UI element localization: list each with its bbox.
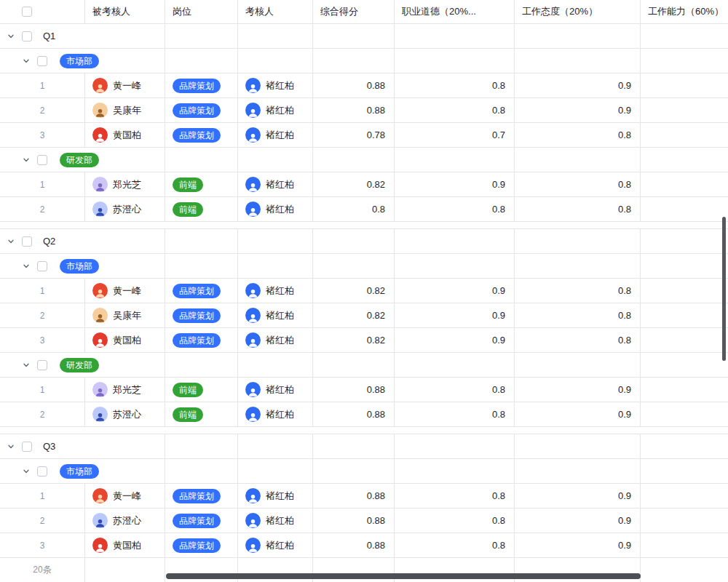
attitude-cell[interactable]: 0.9 bbox=[515, 378, 641, 402]
ethics-cell[interactable]: 0.8 bbox=[395, 484, 515, 508]
ability-cell[interactable] bbox=[641, 328, 728, 352]
empty-cell[interactable] bbox=[395, 148, 515, 172]
table-row[interactable]: 3黄国柏品牌策划褚红柏0.820.90.8 bbox=[0, 328, 728, 353]
assessor-cell[interactable]: 褚红柏 bbox=[238, 484, 313, 508]
empty-cell[interactable] bbox=[515, 148, 641, 172]
score-cell[interactable]: 0.88 bbox=[313, 98, 395, 122]
row-index[interactable]: 2 bbox=[0, 303, 85, 327]
ability-cell[interactable] bbox=[641, 402, 728, 426]
person-cell[interactable]: 黄国柏 bbox=[85, 328, 165, 352]
chevron-down-icon[interactable] bbox=[7, 443, 15, 450]
attitude-cell[interactable]: 0.8 bbox=[515, 197, 641, 221]
table-row[interactable]: 2吴康年品牌策划褚红柏0.880.80.9 bbox=[0, 98, 728, 123]
subgroup-row[interactable]: 市场部 bbox=[0, 49, 728, 73]
attitude-cell[interactable]: 0.9 bbox=[515, 533, 641, 557]
empty-cell[interactable] bbox=[515, 229, 641, 253]
empty-cell[interactable] bbox=[641, 459, 728, 483]
person-cell[interactable]: 吴康年 bbox=[85, 98, 165, 122]
ability-cell[interactable] bbox=[641, 98, 728, 122]
empty-cell[interactable] bbox=[238, 49, 313, 73]
empty-cell[interactable] bbox=[641, 229, 728, 253]
attitude-cell[interactable]: 0.8 bbox=[515, 279, 641, 303]
ability-cell[interactable] bbox=[641, 378, 728, 402]
empty-cell[interactable] bbox=[641, 49, 728, 73]
horizontal-scrollbar[interactable] bbox=[166, 573, 641, 579]
chevron-down-icon[interactable] bbox=[23, 468, 30, 475]
attitude-cell[interactable]: 0.9 bbox=[515, 402, 641, 426]
chevron-down-icon[interactable] bbox=[23, 156, 30, 164]
column-header-assessor[interactable]: 考核人 bbox=[238, 0, 313, 23]
ethics-cell[interactable]: 0.8 bbox=[395, 533, 515, 557]
position-cell[interactable]: 品牌策划 bbox=[165, 303, 238, 327]
position-cell[interactable]: 品牌策划 bbox=[165, 279, 238, 303]
row-checkbox[interactable] bbox=[22, 236, 32, 247]
row-index[interactable]: 3 bbox=[0, 533, 85, 557]
attitude-cell[interactable]: 0.8 bbox=[515, 172, 641, 196]
ethics-cell[interactable]: 0.9 bbox=[395, 303, 515, 327]
ethics-cell[interactable]: 0.8 bbox=[395, 402, 515, 426]
chevron-down-icon[interactable] bbox=[23, 263, 30, 270]
empty-cell[interactable] bbox=[165, 254, 238, 278]
empty-cell[interactable] bbox=[313, 49, 395, 73]
column-header-ability[interactable]: 工作能力（60%） bbox=[641, 0, 728, 23]
empty-cell[interactable] bbox=[238, 229, 313, 253]
table-row[interactable]: 2苏澄心前端褚红柏0.880.80.9 bbox=[0, 402, 728, 427]
assessor-cell[interactable]: 褚红柏 bbox=[238, 303, 313, 327]
position-cell[interactable]: 前端 bbox=[165, 172, 238, 196]
empty-cell[interactable] bbox=[515, 459, 641, 483]
score-cell[interactable]: 0.82 bbox=[313, 279, 395, 303]
row-checkbox[interactable] bbox=[22, 442, 32, 452]
chevron-down-icon[interactable] bbox=[23, 362, 30, 369]
select-all-checkbox[interactable] bbox=[22, 7, 32, 17]
empty-cell[interactable] bbox=[395, 434, 515, 458]
row-checkbox[interactable] bbox=[37, 261, 47, 271]
score-cell[interactable]: 0.8 bbox=[313, 197, 395, 221]
assessor-cell[interactable]: 褚红柏 bbox=[238, 123, 313, 147]
ability-cell[interactable] bbox=[641, 172, 728, 196]
score-cell[interactable]: 0.88 bbox=[313, 484, 395, 508]
table-row[interactable]: 3黄国柏品牌策划褚红柏0.780.70.8 bbox=[0, 123, 728, 148]
attitude-cell[interactable]: 0.8 bbox=[515, 123, 641, 147]
empty-cell[interactable] bbox=[238, 254, 313, 278]
empty-cell[interactable] bbox=[165, 24, 238, 48]
person-cell[interactable]: 吴康年 bbox=[85, 303, 165, 327]
subgroup-row[interactable]: 研发部 bbox=[0, 148, 728, 172]
empty-cell[interactable] bbox=[515, 24, 641, 48]
empty-cell[interactable] bbox=[313, 459, 395, 483]
empty-cell[interactable] bbox=[238, 459, 313, 483]
score-cell[interactable]: 0.88 bbox=[313, 509, 395, 533]
assessor-cell[interactable]: 褚红柏 bbox=[238, 509, 313, 533]
score-cell[interactable]: 0.82 bbox=[313, 328, 395, 352]
assessor-cell[interactable]: 褚红柏 bbox=[238, 402, 313, 426]
group-title-cell[interactable]: Q1 bbox=[0, 24, 165, 48]
group-title-cell[interactable]: Q2 bbox=[0, 229, 165, 253]
position-cell[interactable]: 品牌策划 bbox=[165, 73, 238, 97]
empty-cell[interactable] bbox=[641, 434, 728, 458]
position-cell[interactable]: 前端 bbox=[165, 402, 238, 426]
row-index[interactable]: 2 bbox=[0, 197, 85, 221]
assessor-cell[interactable]: 褚红柏 bbox=[238, 279, 313, 303]
ethics-cell[interactable]: 0.8 bbox=[395, 509, 515, 533]
table-row[interactable]: 2苏澄心前端褚红柏0.80.80.8 bbox=[0, 197, 728, 222]
empty-cell[interactable] bbox=[313, 254, 395, 278]
empty-cell[interactable] bbox=[515, 434, 641, 458]
row-checkbox[interactable] bbox=[37, 155, 47, 165]
column-header-attitude[interactable]: 工作态度（20%） bbox=[515, 0, 641, 23]
attitude-cell[interactable]: 0.9 bbox=[515, 509, 641, 533]
row-index[interactable]: 1 bbox=[0, 378, 85, 402]
ability-cell[interactable] bbox=[641, 73, 728, 97]
column-header-position[interactable]: 岗位 bbox=[165, 0, 238, 23]
ethics-cell[interactable]: 0.9 bbox=[395, 172, 515, 196]
empty-cell[interactable] bbox=[395, 229, 515, 253]
empty-cell[interactable] bbox=[165, 49, 238, 73]
column-header-person[interactable]: 被考核人 bbox=[85, 0, 165, 23]
empty-cell[interactable] bbox=[238, 434, 313, 458]
subgroup-row[interactable]: 市场部 bbox=[0, 459, 728, 484]
subgroup-title-cell[interactable]: 市场部 bbox=[0, 49, 165, 73]
subgroup-title-cell[interactable]: 研发部 bbox=[0, 353, 165, 377]
ability-cell[interactable] bbox=[641, 509, 728, 533]
empty-cell[interactable] bbox=[313, 434, 395, 458]
person-cell[interactable]: 苏澄心 bbox=[85, 509, 165, 533]
table-row[interactable]: 1郑光芝前端褚红柏0.880.80.9 bbox=[0, 378, 728, 402]
group-row[interactable]: Q2 bbox=[0, 229, 728, 254]
